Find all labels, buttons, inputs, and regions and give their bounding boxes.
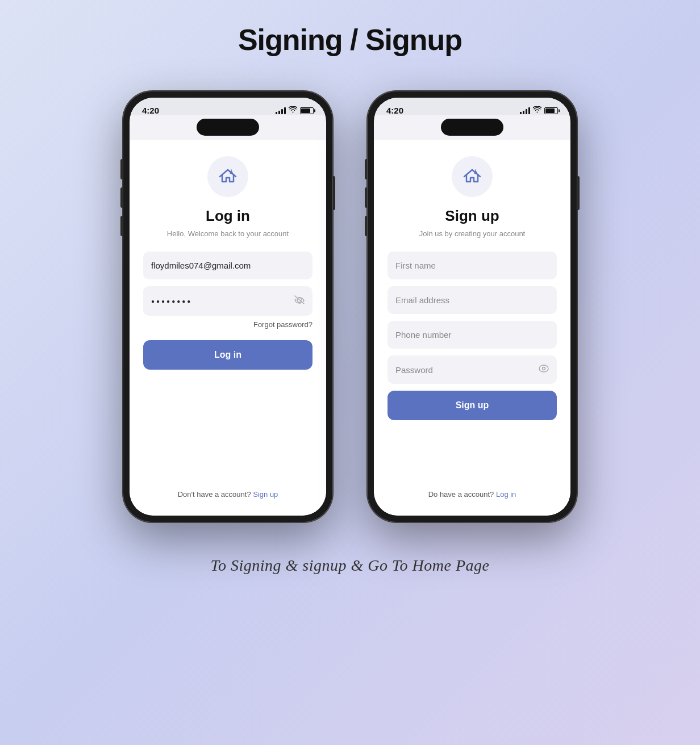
firstname-field[interactable]: First name — [388, 252, 557, 279]
battery-icon-signup — [544, 107, 558, 114]
password-field-login[interactable]: ●●●●●●●● — [143, 286, 312, 316]
signup-title: Sign up — [445, 207, 499, 225]
signup-link[interactable]: Sign up — [253, 490, 278, 499]
svg-point-2 — [539, 365, 548, 372]
phone-field[interactable]: Phone number — [388, 321, 557, 349]
status-bar-login: 4:20 — [130, 98, 326, 115]
login-phone: 4:20 — [123, 91, 333, 522]
house-icon-login — [216, 165, 239, 188]
signup-bottom-text: Do have a account? — [428, 490, 494, 499]
dynamic-island-login — [197, 119, 259, 136]
signup-subtitle: Join us by creating your account — [419, 229, 525, 238]
battery-icon — [300, 107, 314, 114]
signal-icon-signup — [520, 107, 530, 114]
signup-button[interactable]: Sign up — [388, 391, 557, 420]
signup-bottom-link: Do have a account? Log in — [428, 490, 516, 499]
bottom-caption: To Signing & signup & Go To Home Page — [211, 556, 490, 575]
login-logo-circle — [207, 156, 248, 197]
signup-screen: 4:20 — [374, 98, 570, 516]
signup-logo-circle — [452, 156, 493, 197]
phone-placeholder: Phone number — [395, 330, 451, 340]
login-screen-content: Log in Hello, Welcome back to your accou… — [130, 140, 326, 516]
signup-screen-content: Sign up Join us by creating your account… — [374, 140, 570, 516]
house-icon-signup — [461, 165, 484, 188]
login-button[interactable]: Log in — [143, 340, 312, 370]
email-placeholder-signup: Email address — [395, 295, 449, 305]
signup-phone: 4:20 — [367, 91, 577, 522]
firstname-placeholder: First name — [395, 261, 436, 270]
signal-icon — [276, 107, 286, 114]
email-value: floydmiles074@gmail.com — [151, 261, 251, 270]
login-screen: 4:20 — [130, 98, 326, 516]
login-subtitle: Hello, Welcome back to your account — [167, 229, 289, 238]
password-placeholder-signup: Password — [395, 365, 433, 375]
status-icons-login — [276, 106, 314, 115]
status-bar-signup: 4:20 — [374, 98, 570, 115]
eye-icon[interactable] — [539, 365, 549, 375]
page-title: Signing / Signup — [238, 23, 462, 57]
login-link[interactable]: Log in — [496, 490, 516, 499]
svg-point-3 — [543, 367, 545, 370]
email-field-login[interactable]: floydmiles074@gmail.com — [143, 252, 312, 279]
phones-row: 4:20 — [123, 91, 577, 522]
login-bottom-text: Don't have a account? — [178, 490, 251, 499]
wifi-icon — [289, 106, 297, 115]
status-time-signup: 4:20 — [386, 106, 403, 115]
forgot-password-link[interactable]: Forgot password? — [253, 320, 312, 329]
wifi-icon-signup — [533, 106, 541, 115]
eye-slash-icon[interactable] — [294, 295, 305, 307]
dynamic-island-signup — [441, 119, 503, 136]
status-time-login: 4:20 — [142, 106, 159, 115]
password-value: ●●●●●●●● — [151, 298, 192, 304]
password-field-signup[interactable]: Password — [388, 355, 557, 384]
email-field-signup[interactable]: Email address — [388, 286, 557, 314]
login-title: Log in — [206, 207, 250, 225]
status-icons-signup — [520, 106, 558, 115]
login-bottom-link: Don't have a account? Sign up — [178, 490, 278, 499]
